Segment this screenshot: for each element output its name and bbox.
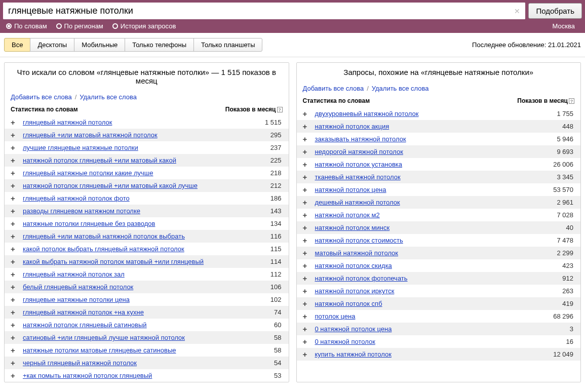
keyword-link[interactable]: натяжной потолок стоимость: [315, 237, 403, 244]
keyword-link[interactable]: натяжной потолок фотопечать: [315, 275, 408, 282]
keyword-link[interactable]: натяжной потолок минск: [315, 224, 390, 231]
keyword-link[interactable]: натяжной потолок глянцевый сатиновый: [23, 321, 147, 329]
keyword-link[interactable]: тканевый натяжной потолок: [315, 173, 401, 181]
keyword-link[interactable]: +как помыть натяжной потолок глянцевый: [23, 372, 152, 379]
search-input[interactable]: [3, 3, 525, 19]
keyword-link[interactable]: 0 натяжной потолок: [315, 338, 375, 345]
add-icon[interactable]: +: [11, 156, 18, 164]
tab-phones[interactable]: Только телефоны: [125, 38, 194, 52]
keyword-link[interactable]: дешевый натяжной потолок: [315, 199, 400, 206]
add-icon[interactable]: +: [303, 275, 310, 282]
keyword-link[interactable]: глянцевый натяжной потолок +на кухне: [23, 308, 144, 316]
add-icon[interactable]: +: [303, 135, 310, 143]
keyword-link[interactable]: 0 натяжной потолок цена: [315, 325, 392, 333]
add-icon[interactable]: +: [11, 207, 18, 215]
add-icon[interactable]: +: [11, 194, 18, 202]
add-icon[interactable]: +: [11, 308, 18, 316]
clear-icon[interactable]: ✕: [514, 7, 520, 15]
filter-by-regions[interactable]: По регионам: [56, 22, 103, 30]
add-icon[interactable]: +: [303, 161, 310, 168]
keyword-link[interactable]: заказывать натяжной потолок: [315, 135, 406, 143]
add-icon[interactable]: +: [303, 300, 310, 307]
add-icon[interactable]: +: [11, 283, 18, 291]
tab-mobiles[interactable]: Мобильные: [74, 38, 125, 52]
keyword-link[interactable]: какой потолок выбрать глянцевый натяжной…: [23, 245, 184, 253]
keyword-link[interactable]: глянцевый +или матовый натяжной потолок: [23, 131, 158, 139]
add-icon[interactable]: +: [303, 287, 310, 295]
add-icon[interactable]: +: [11, 334, 18, 341]
help-icon[interactable]: ?: [277, 107, 283, 112]
add-icon[interactable]: +: [303, 173, 310, 181]
region-label[interactable]: Москва: [553, 22, 575, 30]
add-icon[interactable]: +: [303, 312, 310, 320]
filter-by-words[interactable]: По словам: [6, 22, 47, 30]
add-icon[interactable]: +: [303, 224, 310, 231]
keyword-link[interactable]: натяжной потолок глянцевый +или матовый …: [23, 156, 176, 164]
keyword-link[interactable]: белый глянцевый натяжной потолок: [23, 283, 133, 291]
add-icon[interactable]: +: [303, 110, 310, 117]
help-icon[interactable]: ?: [569, 98, 574, 104]
add-icon[interactable]: +: [303, 211, 310, 219]
keyword-link[interactable]: глянцевый натяжной потолок: [23, 119, 112, 126]
keyword-link[interactable]: натяжные потолки глянцевые без разводов: [23, 220, 155, 227]
keyword-link[interactable]: натяжной потолок акция: [315, 123, 389, 130]
add-icon[interactable]: +: [11, 258, 18, 265]
add-icon[interactable]: +: [11, 119, 18, 126]
keyword-link[interactable]: сатиновый +или глянцевый лучше натяжной …: [23, 334, 185, 341]
add-icon[interactable]: +: [11, 232, 18, 240]
add-icon[interactable]: +: [11, 182, 18, 189]
add-icon[interactable]: +: [11, 270, 18, 278]
tab-all[interactable]: Все: [4, 38, 30, 52]
keyword-link[interactable]: матовый натяжной потолок: [315, 249, 399, 257]
keyword-link[interactable]: потолок цена: [315, 312, 356, 320]
add-icon[interactable]: +: [11, 321, 18, 329]
tab-tablets[interactable]: Только планшеты: [193, 38, 262, 52]
add-icon[interactable]: +: [303, 338, 310, 345]
keyword-link[interactable]: натяжной потолок иркутск: [315, 287, 395, 295]
add-icon[interactable]: +: [11, 296, 18, 303]
add-icon[interactable]: +: [303, 148, 310, 155]
keyword-link[interactable]: лучшие глянцевые натяжные потолки: [23, 144, 138, 151]
add-icon[interactable]: +: [11, 169, 18, 177]
keyword-link[interactable]: натяжной потолок глянцевый +или матовый …: [23, 182, 198, 189]
keyword-link[interactable]: двухуровневый натяжной потолок: [315, 110, 419, 117]
keyword-link[interactable]: купить натяжной потолок: [315, 350, 392, 358]
add-icon[interactable]: +: [11, 245, 18, 253]
keyword-link[interactable]: натяжной потолок цена: [315, 186, 386, 193]
remove-all-link[interactable]: Удалить все слова: [372, 85, 429, 92]
keyword-link[interactable]: глянцевые натяжные потолки цена: [23, 296, 130, 303]
keyword-link[interactable]: натяжной потолок м2: [315, 211, 380, 219]
add-icon[interactable]: +: [11, 372, 18, 379]
add-icon[interactable]: +: [303, 262, 310, 269]
keyword-link[interactable]: черный глянцевый натяжной потолок: [23, 359, 137, 367]
add-all-link[interactable]: Добавить все слова: [11, 93, 72, 101]
keyword-link[interactable]: натяжной потолок установка: [315, 161, 403, 168]
remove-all-link[interactable]: Удалить все слова: [80, 93, 137, 101]
add-icon[interactable]: +: [303, 186, 310, 193]
keyword-link[interactable]: разводы глянцевом натяжном потолке: [23, 207, 140, 215]
add-icon[interactable]: +: [303, 123, 310, 130]
keyword-link[interactable]: какой выбрать натяжной потолок матовый +…: [23, 258, 204, 265]
add-all-link[interactable]: Добавить все слова: [303, 85, 364, 92]
submit-button[interactable]: Подобрать: [528, 3, 582, 19]
keyword-link[interactable]: натяжной потолок спб: [315, 300, 382, 307]
add-icon[interactable]: +: [303, 249, 310, 257]
keyword-link[interactable]: глянцевый +или матовый натяжной потолок …: [23, 232, 185, 240]
keyword-link[interactable]: натяжные потолки матовые глянцевые сатин…: [23, 346, 176, 354]
keyword-link[interactable]: недорогой натяжной потолок: [315, 148, 403, 155]
add-icon[interactable]: +: [303, 325, 310, 333]
add-icon[interactable]: +: [11, 346, 18, 354]
keyword-link[interactable]: глянцевый натяжной потолок зал: [23, 270, 125, 278]
filter-history[interactable]: История запросов: [112, 22, 176, 30]
keyword-link[interactable]: глянцевый натяжные потолки какие лучше: [23, 169, 153, 177]
add-icon[interactable]: +: [11, 144, 18, 151]
add-icon[interactable]: +: [11, 131, 18, 139]
add-icon[interactable]: +: [303, 237, 310, 244]
tab-desktops[interactable]: Десктопы: [30, 38, 74, 52]
add-icon[interactable]: +: [303, 199, 310, 206]
add-icon[interactable]: +: [11, 220, 18, 227]
keyword-link[interactable]: глянцевый натяжной потолок фото: [23, 194, 130, 202]
add-icon[interactable]: +: [303, 350, 310, 358]
add-icon[interactable]: +: [11, 359, 18, 367]
keyword-link[interactable]: натяжной потолок скидка: [315, 262, 392, 269]
